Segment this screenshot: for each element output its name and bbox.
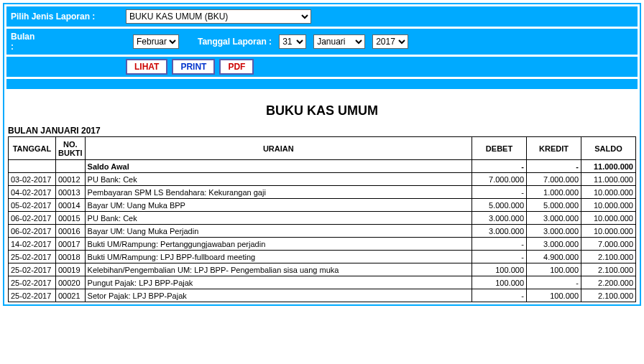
- cell-saldo: 11.000.000: [581, 160, 636, 173]
- table-row: 04-02-201700013Pembayaran SPM LS Bendaha…: [9, 186, 636, 199]
- cell-uraian: Bukti UM/Rampung: Pertanggungjawaban per…: [85, 238, 472, 251]
- cell-saldo: 11.000.000: [581, 173, 636, 186]
- cell-tanggal: 25-02-2017: [9, 263, 56, 276]
- cell-no-bukti: 00017: [56, 238, 86, 251]
- cell-saldo: 10.000.000: [581, 212, 636, 225]
- cell-debet: 5.000.000: [472, 199, 527, 212]
- tanggal-day-select[interactable]: 31: [279, 34, 306, 49]
- cell-uraian: Saldo Awal: [85, 160, 472, 173]
- app-container: Pilih Jenis Laporan : BUKU KAS UMUM (BKU…: [3, 3, 641, 306]
- cell-no-bukti: 00015: [56, 212, 86, 225]
- cell-kredit: 3.000.000: [527, 238, 581, 251]
- cell-no-bukti: 00014: [56, 199, 86, 212]
- th-uraian: URAIAN: [85, 137, 472, 160]
- bulan-label: Bulan :: [11, 32, 38, 52]
- cell-uraian: Setor Pajak: LPJ BPP-Pajak: [85, 289, 472, 302]
- table-row: 25-02-201700019Kelebihan/Pengembalian UM…: [9, 263, 636, 276]
- jenis-select[interactable]: BUKU KAS UMUM (BKU): [126, 9, 311, 24]
- cell-uraian: PU Bank: Cek: [85, 212, 472, 225]
- table-row: 06-02-201700015PU Bank: Cek3.000.0003.00…: [9, 212, 636, 225]
- filter-row-bulan: Bulan : Februari Tanggal Laporan : 31 Ja…: [6, 29, 638, 55]
- cell-debet: 3.000.000: [472, 212, 527, 225]
- th-no-bukti: NO. BUKTI: [56, 137, 86, 160]
- cell-tanggal: 05-02-2017: [9, 199, 56, 212]
- th-tanggal: TANGGAL: [9, 137, 56, 160]
- cell-uraian: PU Bank: Cek: [85, 173, 472, 186]
- bulan-select[interactable]: Februari: [133, 34, 179, 49]
- pdf-button[interactable]: PDF: [219, 59, 254, 75]
- cell-no-bukti: 00018: [56, 251, 86, 263]
- report-subtitle: BULAN JANUARI 2017: [8, 126, 636, 136]
- cell-kredit: 7.000.000: [527, 173, 581, 186]
- table-row: 14-02-201700017Bukti UM/Rampung: Pertang…: [9, 238, 636, 251]
- cell-tanggal: 06-02-2017: [9, 225, 56, 238]
- cell-no-bukti: 00021: [56, 289, 86, 302]
- cell-tanggal: 14-02-2017: [9, 238, 56, 251]
- lihat-button[interactable]: LIHAT: [126, 59, 167, 75]
- print-button[interactable]: PRINT: [172, 59, 215, 75]
- cell-kredit: 4.900.000: [527, 251, 581, 263]
- cell-no-bukti: [56, 160, 86, 173]
- table-row: 03-02-201700012PU Bank: Cek7.000.0007.00…: [9, 173, 636, 186]
- cell-tanggal: [9, 160, 56, 173]
- cell-no-bukti: 00016: [56, 225, 86, 238]
- cell-uraian: Bayar UM: Uang Muka Perjadin: [85, 225, 472, 238]
- cell-uraian: Kelebihan/Pengembalian UM: LPJ BPP- Peng…: [85, 263, 472, 276]
- cell-no-bukti: 00019: [56, 263, 86, 276]
- cell-tanggal: 25-02-2017: [9, 289, 56, 302]
- button-row: LIHAT PRINT PDF: [6, 57, 638, 77]
- th-saldo: SALDO: [581, 137, 636, 160]
- cell-kredit: -: [527, 276, 581, 289]
- jenis-label: Pilih Jenis Laporan :: [11, 11, 119, 22]
- cell-saldo: 2.100.000: [581, 263, 636, 276]
- tanggal-month-select[interactable]: Januari: [313, 34, 365, 49]
- cell-tanggal: 06-02-2017: [9, 212, 56, 225]
- cell-saldo: 2.100.000: [581, 289, 636, 302]
- cell-saldo: 7.000.000: [581, 238, 636, 251]
- cell-debet: 100.000: [472, 263, 527, 276]
- cell-kredit: 1.000.000: [527, 186, 581, 199]
- cell-kredit: 5.000.000: [527, 199, 581, 212]
- cell-kredit: -: [527, 160, 581, 173]
- cell-uraian: Pungut Pajak: LPJ BPP-Pajak: [85, 276, 472, 289]
- cell-uraian: Bayar UM: Uang Muka BPP: [85, 199, 472, 212]
- cell-debet: -: [472, 289, 527, 302]
- tanggal-label: Tanggal Laporan :: [198, 37, 272, 47]
- cell-saldo: 2.100.000: [581, 251, 636, 263]
- cell-kredit: 100.000: [527, 263, 581, 276]
- cell-debet: 7.000.000: [472, 173, 527, 186]
- cell-saldo: 10.000.000: [581, 186, 636, 199]
- cell-debet: -: [472, 238, 527, 251]
- cell-tanggal: 25-02-2017: [9, 251, 56, 263]
- report-title: BUKU KAS UMUM: [8, 103, 636, 118]
- table-row: 25-02-201700020Pungut Pajak: LPJ BPP-Paj…: [9, 276, 636, 289]
- filter-row-jenis: Pilih Jenis Laporan : BUKU KAS UMUM (BKU…: [6, 6, 638, 27]
- cell-no-bukti: 00020: [56, 276, 86, 289]
- cell-kredit: 3.000.000: [527, 225, 581, 238]
- cell-saldo: 2.200.000: [581, 276, 636, 289]
- spacer-bar: [6, 79, 638, 89]
- cell-tanggal: 04-02-2017: [9, 186, 56, 199]
- cell-kredit: 3.000.000: [527, 212, 581, 225]
- tanggal-year-select[interactable]: 2017: [372, 34, 408, 49]
- cell-kredit: 100.000: [527, 289, 581, 302]
- table-header-row: TANGGAL NO. BUKTI URAIAN DEBET KREDIT SA…: [9, 137, 636, 160]
- cell-uraian: Bukti UM/Rampung: LPJ BPP-fullboard meet…: [85, 251, 472, 263]
- cell-debet: 100.000: [472, 276, 527, 289]
- report-table: TANGGAL NO. BUKTI URAIAN DEBET KREDIT SA…: [8, 136, 636, 302]
- cell-saldo: 10.000.000: [581, 199, 636, 212]
- cell-debet: 3.000.000: [472, 225, 527, 238]
- cell-no-bukti: 00013: [56, 186, 86, 199]
- table-row: 05-02-201700014Bayar UM: Uang Muka BPP5.…: [9, 199, 636, 212]
- cell-debet: -: [472, 251, 527, 263]
- cell-debet: -: [472, 160, 527, 173]
- cell-saldo: 10.000.000: [581, 225, 636, 238]
- table-row: 25-02-201700021Setor Pajak: LPJ BPP-Paja…: [9, 289, 636, 302]
- cell-tanggal: 25-02-2017: [9, 276, 56, 289]
- table-row: Saldo Awal--11.000.000: [9, 160, 636, 173]
- th-debet: DEBET: [472, 137, 527, 160]
- th-kredit: KREDIT: [527, 137, 581, 160]
- report-area: BUKU KAS UMUM BULAN JANUARI 2017 TANGGAL…: [6, 103, 638, 302]
- cell-uraian: Pembayaran SPM LS Bendahara: Kekurangan …: [85, 186, 472, 199]
- cell-debet: -: [472, 186, 527, 199]
